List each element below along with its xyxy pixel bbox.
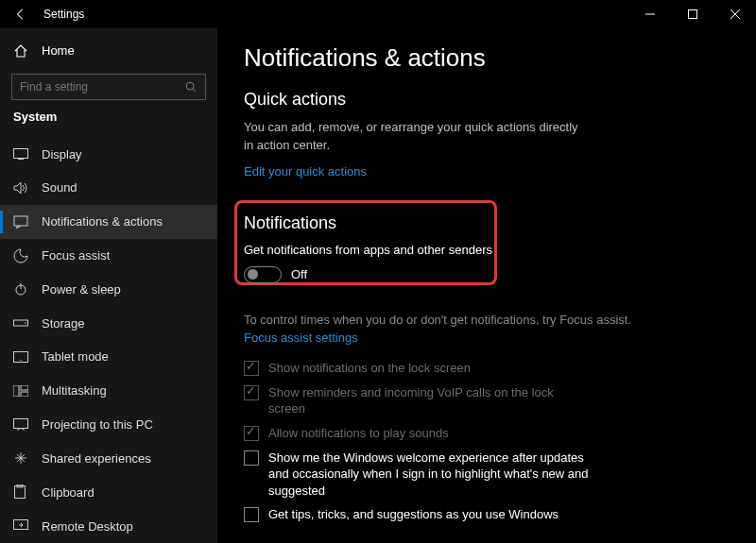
search-box[interactable]: [11, 74, 206, 100]
close-button[interactable]: [713, 0, 756, 28]
edit-quick-actions-link[interactable]: Edit your quick actions: [244, 164, 367, 178]
check-voip: Show reminders and incoming VoIP calls o…: [244, 384, 737, 417]
svg-rect-6: [14, 216, 27, 226]
svg-rect-16: [14, 418, 28, 428]
checkbox-label: Get tips, tricks, and suggestions as you…: [268, 506, 558, 523]
sidebar-item-focus-assist[interactable]: Focus assist: [0, 239, 217, 273]
sidebar-item-label: Sound: [42, 180, 77, 195]
svg-rect-1: [688, 10, 696, 19]
back-button[interactable]: [11, 5, 30, 24]
checkbox-label: Show reminders and incoming VoIP calls o…: [268, 384, 590, 417]
home-icon: [13, 43, 30, 59]
checkbox-icon[interactable]: [244, 450, 259, 466]
power-icon: [13, 281, 30, 297]
sidebar-item-label: Focus assist: [42, 248, 110, 263]
focus-hint-text: To control times when you do or don't ge…: [244, 313, 631, 327]
checkbox-icon: [244, 385, 259, 400]
sidebar-item-sound[interactable]: Sound: [0, 171, 217, 205]
sidebar-item-storage[interactable]: Storage: [0, 306, 217, 340]
sidebar-item-projecting[interactable]: Projecting to this PC: [0, 408, 217, 442]
sidebar-item-label: Tablet mode: [42, 349, 109, 364]
checkbox-label: Show notifications on the lock screen: [268, 360, 471, 377]
sidebar-item-remote[interactable]: Remote Desktop: [0, 509, 217, 543]
sidebar-item-shared[interactable]: Shared experiences: [0, 442, 217, 476]
notifications-toggle[interactable]: [244, 266, 282, 283]
checkbox-icon[interactable]: [244, 507, 259, 522]
checkbox-label: Allow notifications to play sounds: [268, 425, 449, 442]
display-icon: [13, 148, 30, 160]
sidebar-item-label: Projecting to this PC: [42, 417, 153, 432]
clipboard-icon: [13, 484, 30, 500]
category-label: System: [0, 110, 217, 137]
sound-icon: [13, 181, 30, 195]
remote-icon: [13, 519, 30, 533]
sidebar-item-clipboard[interactable]: Clipboard: [0, 475, 217, 509]
toggle-state-label: Off: [291, 267, 307, 281]
sidebar-item-label: Multitasking: [42, 383, 107, 398]
checkbox-icon: [244, 361, 259, 376]
notifications-subtext: Get notifications from apps and other se…: [244, 243, 728, 257]
sidebar-item-notifications[interactable]: Notifications & actions: [0, 205, 217, 239]
svg-point-2: [186, 82, 194, 90]
sidebar-item-label: Notifications & actions: [42, 214, 163, 229]
checkbox-icon: [244, 426, 259, 441]
home-label: Home: [42, 43, 75, 58]
focus-assist-icon: [13, 248, 30, 263]
content-area: Notifications & actions Quick actions Yo…: [217, 28, 756, 543]
page-title: Notifications & actions: [244, 43, 737, 73]
window-title: Settings: [43, 8, 84, 21]
sidebar-item-label: Shared experiences: [42, 451, 151, 466]
multitasking-icon: [13, 385, 30, 397]
notifications-heading: Notifications: [244, 213, 728, 233]
sidebar-item-power[interactable]: Power & sleep: [0, 272, 217, 306]
home-nav[interactable]: Home: [0, 34, 217, 68]
notifications-icon: [13, 215, 30, 229]
minimize-button[interactable]: [628, 0, 671, 28]
svg-rect-13: [13, 385, 19, 397]
storage-icon: [13, 318, 30, 328]
check-tips[interactable]: Get tips, tricks, and suggestions as you…: [244, 506, 737, 523]
projecting-icon: [13, 418, 30, 432]
sidebar: Home System Display Sound Notifications …: [0, 28, 217, 543]
svg-rect-4: [14, 149, 28, 159]
quick-actions-heading: Quick actions: [244, 90, 737, 110]
sidebar-item-label: Clipboard: [42, 485, 94, 500]
sidebar-item-label: Power & sleep: [42, 282, 121, 297]
focus-assist-settings-link[interactable]: Focus assist settings: [244, 330, 358, 348]
check-sounds: Allow notifications to play sounds: [244, 425, 737, 442]
sidebar-item-multitasking[interactable]: Multitasking: [0, 374, 217, 408]
sidebar-item-label: Display: [42, 147, 82, 161]
sidebar-item-tablet[interactable]: Tablet mode: [0, 340, 217, 374]
svg-point-10: [25, 322, 26, 324]
sidebar-item-label: Storage: [42, 316, 85, 331]
search-input[interactable]: [20, 80, 184, 93]
svg-rect-15: [21, 392, 28, 397]
check-welcome-experience[interactable]: Show me the Windows welcome experience a…: [244, 450, 737, 500]
sidebar-item-display[interactable]: Display: [0, 137, 217, 171]
svg-point-12: [20, 360, 21, 361]
maximize-button[interactable]: [671, 0, 713, 28]
svg-line-3: [193, 89, 196, 92]
tablet-icon: [13, 351, 30, 363]
shared-icon: [13, 450, 30, 466]
quick-actions-description: You can add, remove, or rearrange your q…: [244, 119, 584, 155]
search-icon: [184, 80, 198, 93]
svg-rect-14: [21, 385, 28, 390]
sidebar-item-label: Remote Desktop: [42, 519, 133, 534]
check-lock-screen: Show notifications on the lock screen: [244, 360, 737, 377]
checkbox-label: Show me the Windows welcome experience a…: [268, 450, 590, 500]
